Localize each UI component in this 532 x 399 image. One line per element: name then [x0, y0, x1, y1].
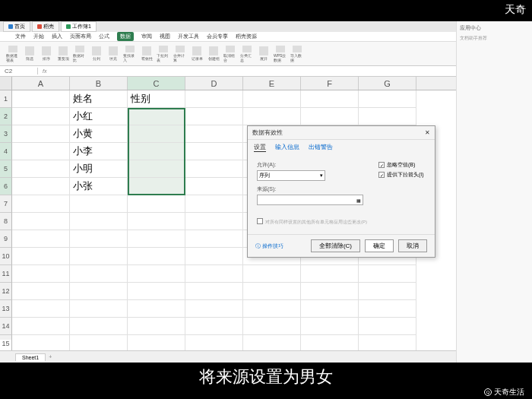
cell-D1[interactable]	[185, 90, 243, 108]
ribbon-筛选[interactable]: 筛选	[23, 46, 36, 62]
cell-B2[interactable]: 小红	[70, 108, 128, 125]
cell-B3[interactable]: 小黄	[70, 125, 128, 143]
row-header-3[interactable]: 3	[0, 125, 12, 143]
menu-file[interactable]: 文件	[15, 33, 26, 40]
ribbon-查找录入[interactable]: 查找录入	[123, 46, 137, 62]
menu-resource[interactable]: 稻壳资源	[236, 33, 257, 40]
allow-dropdown[interactable]: 序列▾	[257, 170, 325, 181]
cell-F2[interactable]	[301, 108, 359, 125]
cell-C2[interactable]	[128, 108, 185, 125]
cell-B13[interactable]	[70, 300, 128, 318]
cell-E12[interactable]	[243, 283, 301, 300]
cell-A11[interactable]	[12, 265, 70, 283]
cell-C1[interactable]: 性别	[128, 90, 185, 108]
cell-D9[interactable]	[185, 230, 243, 248]
cell-A10[interactable]	[12, 248, 70, 265]
add-sheet-icon[interactable]: +	[49, 354, 52, 359]
cell-B8[interactable]	[70, 213, 128, 230]
cell-D4[interactable]	[185, 143, 243, 160]
cell-G12[interactable]	[359, 283, 416, 300]
cell-D2[interactable]	[185, 108, 243, 125]
col-header-D[interactable]: D	[185, 77, 243, 90]
close-icon[interactable]: ✕	[425, 129, 430, 136]
ribbon-取消组合[interactable]: 取消组合	[223, 46, 237, 62]
cell-D5[interactable]	[185, 160, 243, 178]
cell-C10[interactable]	[128, 248, 185, 265]
menu-view[interactable]: 视图	[160, 33, 170, 40]
ribbon-数据对比[interactable]: 数据对比	[73, 46, 87, 62]
cell-A5[interactable]	[12, 160, 70, 178]
ribbon-排序[interactable]: 排序	[40, 46, 53, 62]
cell-C13[interactable]	[128, 300, 185, 318]
col-header-A[interactable]: A	[12, 77, 70, 90]
cell-F13[interactable]	[301, 300, 359, 318]
cell-C3[interactable]	[128, 125, 185, 143]
row-header-5[interactable]: 5	[0, 160, 12, 178]
cell-A7[interactable]	[12, 195, 70, 213]
cell-A9[interactable]	[12, 230, 70, 248]
menu-dev[interactable]: 开发工具	[178, 33, 199, 40]
ribbon-合并计算[interactable]: 合并计算	[173, 46, 187, 62]
ribbon-分类汇总[interactable]: 分类汇总	[240, 46, 254, 62]
cell-D11[interactable]	[185, 265, 243, 283]
cell-B9[interactable]	[70, 230, 128, 248]
row-header-6[interactable]: 6	[0, 178, 12, 195]
cancel-button[interactable]: 取消	[398, 239, 427, 252]
ribbon-数据透视表[interactable]: 数据透视表	[6, 46, 20, 62]
ribbon-填充[interactable]: 填充	[106, 46, 120, 62]
tips-link[interactable]: ⓘ 操作技巧	[255, 242, 283, 250]
cell-D13[interactable]	[185, 300, 243, 318]
cell-A4[interactable]	[12, 143, 70, 160]
col-header-C[interactable]: C	[128, 77, 185, 90]
cell-D14[interactable]	[185, 318, 243, 335]
cell-A14[interactable]	[12, 318, 70, 335]
cell-E11[interactable]	[243, 265, 301, 283]
cell-D10[interactable]	[185, 248, 243, 265]
ribbon-下拉列表[interactable]: 下拉列表	[157, 46, 170, 62]
ribbon-创建组[interactable]: 创建组	[207, 46, 220, 62]
ribbon-分列[interactable]: 分列	[90, 46, 103, 62]
row-header-11[interactable]: 11	[0, 265, 12, 283]
cell-G2[interactable]	[359, 108, 416, 125]
menu-review[interactable]: 审阅	[141, 33, 152, 40]
cell-A2[interactable]	[12, 108, 70, 125]
menu-layout[interactable]: 页面布局	[70, 33, 91, 40]
row-header-12[interactable]: 12	[0, 283, 12, 300]
name-box[interactable]: C2	[0, 68, 38, 74]
ribbon-记录单[interactable]: 记录单	[190, 46, 204, 62]
cell-C7[interactable]	[128, 195, 185, 213]
ribbon-WPS云数据[interactable]: WPS云数据	[274, 46, 287, 62]
ok-button[interactable]: 确定	[365, 239, 394, 252]
cell-C6[interactable]	[128, 178, 185, 195]
row-header-4[interactable]: 4	[0, 143, 12, 160]
cell-A8[interactable]	[12, 213, 70, 230]
cell-F14[interactable]	[301, 318, 359, 335]
cell-E13[interactable]	[243, 300, 301, 318]
cell-C5[interactable]	[128, 160, 185, 178]
cell-D7[interactable]	[185, 195, 243, 213]
ribbon-展开[interactable]: 展开	[257, 46, 271, 62]
cell-E1[interactable]	[243, 90, 301, 108]
row-header-1[interactable]: 1	[0, 90, 12, 108]
cell-G14[interactable]	[359, 318, 416, 335]
cell-F12[interactable]	[301, 283, 359, 300]
tab-daoqiao[interactable]: 稻壳	[32, 21, 59, 32]
col-header-F[interactable]: F	[301, 77, 359, 90]
cell-E2[interactable]	[243, 108, 301, 125]
row-header-8[interactable]: 8	[0, 213, 12, 230]
row-header-7[interactable]: 7	[0, 195, 12, 213]
cell-C8[interactable]	[128, 213, 185, 230]
dropdown-arrow-checkbox[interactable]: ✓提供下拉箭头(I)	[378, 171, 424, 179]
cell-G11[interactable]	[359, 265, 416, 283]
cell-A6[interactable]	[12, 178, 70, 195]
select-all-corner[interactable]	[0, 77, 12, 90]
clear-all-button[interactable]: 全部清除(C)	[311, 239, 360, 252]
cell-F11[interactable]	[301, 265, 359, 283]
dialog-tab-settings[interactable]: 设置	[254, 143, 266, 152]
col-header-E[interactable]: E	[243, 77, 301, 90]
row-header-14[interactable]: 14	[0, 318, 12, 335]
ribbon-导入数据[interactable]: 导入数据	[290, 46, 304, 62]
ribbon-有效性[interactable]: 有效性	[140, 46, 154, 62]
cell-B10[interactable]	[70, 248, 128, 265]
menu-insert[interactable]: 插入	[52, 33, 62, 40]
